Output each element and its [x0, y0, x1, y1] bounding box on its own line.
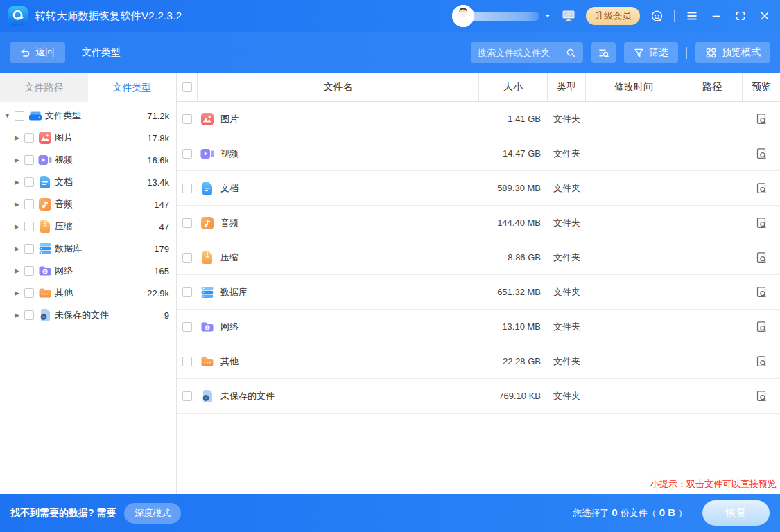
preview-icon[interactable] [754, 285, 769, 300]
back-button[interactable]: 返回 [10, 42, 65, 63]
expand-arrow-icon[interactable]: ▶ [12, 201, 21, 208]
preview-mode-label: 预览模式 [722, 46, 761, 59]
header-path[interactable]: 路径 [682, 73, 743, 101]
tree-item-database[interactable]: ▶ 数据库 179 [0, 238, 176, 260]
tree-item-audio[interactable]: ▶ 音频 147 [0, 193, 176, 215]
tree-checkbox[interactable] [24, 310, 34, 320]
search-in-results-button[interactable] [591, 42, 616, 63]
tree-checkbox[interactable] [24, 155, 34, 165]
row-checkbox[interactable] [182, 149, 192, 159]
table-body: 图片 1.41 GB 文件夹 视频 14.47 GB 文件夹 [177, 102, 780, 414]
row-checkbox[interactable] [182, 357, 192, 366]
tree-item-video[interactable]: ▶ 视频 16.6k [0, 149, 176, 171]
expand-arrow-icon[interactable]: ▶ [12, 267, 21, 274]
table-row[interactable]: 图片 1.41 GB 文件夹 [177, 102, 780, 136]
tab-file-type[interactable]: 文件类型 [88, 73, 176, 102]
preview-icon[interactable] [754, 319, 769, 335]
audio-icon [38, 197, 52, 211]
bottom-bar: 找不到需要的数据? 需要 深度模式 您选择了 0 份文件（ 0 B ） 恢复 [0, 494, 780, 532]
tree-checkbox[interactable] [24, 244, 34, 254]
search-icon[interactable] [566, 48, 576, 58]
preview-icon[interactable] [754, 354, 769, 369]
tree-checkbox[interactable] [24, 288, 34, 298]
network-icon [38, 264, 52, 278]
expand-arrow-icon[interactable]: ▶ [12, 312, 21, 319]
tree-item-label: 网络 [55, 265, 73, 277]
tree-checkbox[interactable] [24, 133, 34, 143]
row-checkbox[interactable] [182, 253, 192, 263]
tab-file-path[interactable]: 文件路径 [0, 73, 88, 102]
table-row[interactable]: 音频 144.40 MB 文件夹 [177, 206, 780, 240]
expand-arrow-icon[interactable]: ▶ [12, 157, 21, 163]
search-box[interactable] [471, 42, 583, 63]
header-size[interactable]: 大小 [479, 73, 548, 101]
table-row[interactable]: 未保存的文件 769.10 KB 文件夹 [177, 379, 780, 414]
tree-checkbox[interactable] [24, 266, 34, 276]
preview-icon[interactable] [754, 215, 769, 231]
database-icon [200, 285, 214, 299]
minimize-icon[interactable] [709, 10, 723, 22]
menu-icon[interactable] [685, 10, 699, 22]
recover-button[interactable]: 恢复 [702, 500, 770, 526]
tree-item-drive[interactable]: ▼ 文件类型 71.2k [0, 105, 176, 127]
expand-arrow-icon[interactable]: ▶ [12, 223, 21, 230]
preview-icon[interactable] [754, 250, 769, 265]
customer-service-icon[interactable] [650, 10, 664, 23]
file-name: 图片 [220, 113, 239, 125]
preview-icon[interactable] [754, 146, 769, 161]
upgrade-member-button[interactable]: 升级会员 [586, 7, 640, 25]
tree-item-label: 未保存的文件 [55, 309, 109, 321]
filter-button[interactable]: 筛选 [624, 42, 678, 63]
app-logo-icon [8, 6, 28, 26]
tree-item-count: 47 [159, 222, 169, 232]
row-checkbox[interactable] [182, 114, 192, 124]
tree-item-unsaved[interactable]: ▶ 未保存的文件 9 [0, 304, 176, 326]
preview-mode-button[interactable]: 预览模式 [695, 42, 770, 63]
row-checkbox[interactable] [182, 184, 192, 193]
tree-item-other[interactable]: ▶ 其他 22.9k [0, 282, 176, 304]
tree-item-doc[interactable]: ▶ 文档 13.4k [0, 171, 176, 193]
expand-arrow-icon[interactable]: ▶ [12, 179, 21, 186]
back-icon [20, 48, 31, 58]
tree-checkbox[interactable] [24, 222, 34, 231]
tree-item-network[interactable]: ▶ 网络 165 [0, 260, 176, 282]
header-mtime[interactable]: 修改时间 [586, 73, 682, 101]
maximize-icon[interactable] [734, 10, 747, 22]
search-input[interactable] [478, 48, 566, 58]
tree-checkbox[interactable] [24, 200, 34, 209]
table-row[interactable]: 视频 14.47 GB 文件夹 [177, 136, 780, 171]
tree-item-zip[interactable]: ▶ 压缩 47 [0, 215, 176, 238]
file-type: 文件夹 [548, 286, 586, 299]
close-icon[interactable] [758, 10, 772, 22]
expand-arrow-icon[interactable]: ▶ [12, 134, 21, 141]
expand-arrow-icon[interactable]: ▶ [12, 290, 21, 296]
row-checkbox[interactable] [182, 218, 192, 228]
table-row[interactable]: 其他 22.28 GB 文件夹 [177, 344, 780, 379]
table-row[interactable]: 压缩 8.86 GB 文件夹 [177, 240, 780, 275]
expand-arrow-icon[interactable]: ▼ [3, 112, 12, 119]
table-row[interactable]: 文档 589.30 MB 文件夹 [177, 171, 780, 206]
row-checkbox[interactable] [182, 391, 192, 401]
row-checkbox[interactable] [182, 322, 192, 332]
tree-item-label: 数据库 [55, 242, 82, 255]
preview-icon[interactable] [754, 112, 769, 127]
header-name[interactable]: 文件名 [198, 73, 479, 101]
table-row[interactable]: 数据库 651.32 MB 文件夹 [177, 275, 780, 310]
tree-checkbox[interactable] [15, 111, 24, 121]
tree-item-image[interactable]: ▶ 图片 17.8k [0, 127, 176, 149]
preview-icon[interactable] [754, 389, 769, 404]
tree-item-count: 16.6k [147, 155, 169, 166]
row-checkbox[interactable] [182, 287, 192, 297]
monitor-icon[interactable] [562, 10, 575, 22]
select-all-checkbox[interactable] [182, 82, 192, 92]
chevron-down-icon[interactable] [544, 12, 551, 19]
deep-mode-button[interactable]: 深度模式 [124, 503, 181, 524]
header-type[interactable]: 类型 [548, 73, 586, 101]
user-account[interactable] [452, 4, 534, 28]
expand-arrow-icon[interactable]: ▶ [12, 245, 21, 252]
preview-icon[interactable] [754, 181, 769, 196]
image-icon [200, 112, 214, 126]
table-row[interactable]: 网络 13.10 MB 文件夹 [177, 310, 780, 344]
tree-checkbox[interactable] [24, 177, 34, 187]
header-preview[interactable]: 预览 [743, 73, 780, 101]
